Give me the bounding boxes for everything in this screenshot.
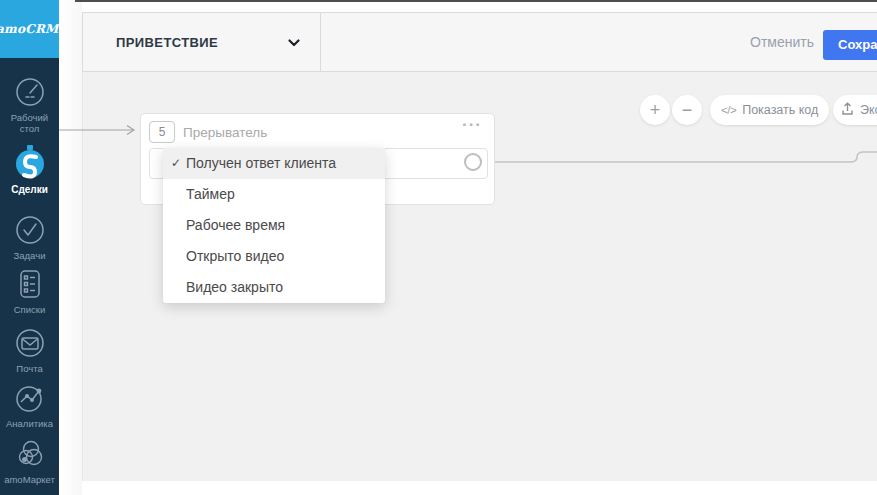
- sidebar-item-tasks[interactable]: Задачи: [0, 214, 59, 261]
- sidebar-item-mail[interactable]: Почта: [0, 327, 59, 374]
- dropdown-item[interactable]: Рабочее время: [163, 210, 385, 241]
- dropdown-item-label: Рабочее время: [186, 217, 285, 233]
- sidebar-item-label: Сделки: [0, 184, 59, 195]
- zoom-out-button[interactable]: −: [672, 95, 702, 125]
- dropdown-item[interactable]: ✓ Получен ответ клиента: [163, 148, 385, 179]
- dashboard-icon: [0, 76, 59, 108]
- sidebar-item-label: Рабочий стол: [0, 112, 59, 134]
- top-divider: [75, 0, 877, 2]
- code-icon: </>: [721, 104, 736, 116]
- node-output-port[interactable]: [464, 153, 482, 171]
- content-gutter: [59, 0, 82, 495]
- dropdown-item-label: Видео закрыто: [186, 279, 283, 295]
- deals-icon: [0, 144, 59, 180]
- outgoing-edge: [480, 148, 877, 170]
- mail-icon: [0, 327, 59, 359]
- show-code-label: Показать код: [742, 103, 818, 117]
- sidebar-item-analytics[interactable]: Аналитика: [0, 382, 59, 429]
- dropdown-item[interactable]: Таймер: [163, 179, 385, 210]
- analytics-icon: [0, 382, 59, 414]
- editor-header: ПРИВЕТСТВИЕ Отменить Сохранить: [82, 12, 877, 72]
- market-icon: [0, 438, 59, 470]
- dropdown-item-label: Получен ответ клиента: [186, 155, 336, 171]
- check-icon: ✓: [171, 148, 181, 179]
- export-label: Экспорт: [860, 103, 877, 117]
- incoming-edge: [59, 121, 141, 139]
- minus-icon: −: [682, 100, 693, 121]
- dropdown-item[interactable]: Видео закрыто: [163, 272, 385, 303]
- sidebar-item-label: Аналитика: [0, 418, 59, 429]
- sidebar-item-label: Списки: [0, 304, 59, 315]
- sidebar-item-dashboard[interactable]: Рабочий стол: [0, 76, 59, 134]
- step-selector[interactable]: ПРИВЕТСТВИЕ: [83, 13, 321, 71]
- node-number-badge: 5: [149, 121, 175, 143]
- show-code-button[interactable]: </> Показать код: [710, 95, 829, 125]
- sidebar-item-market[interactable]: amoМаркет: [0, 438, 59, 485]
- step-title: ПРИВЕТСТВИЕ: [116, 35, 218, 50]
- zoom-in-button[interactable]: +: [640, 95, 670, 125]
- dropdown-item-label: Открыто видео: [186, 248, 284, 264]
- amocrm-logo[interactable]: amoCRM.: [0, 0, 59, 58]
- sidebar: amoCRM. Рабочий стол Сделки: [0, 0, 59, 495]
- sidebar-item-deals[interactable]: Сделки: [0, 144, 59, 195]
- chevron-down-icon: [288, 33, 300, 51]
- lists-icon: [0, 268, 59, 300]
- export-button[interactable]: Экспорт: [833, 95, 877, 125]
- node-title: Прерыватель: [183, 125, 267, 140]
- cancel-button[interactable]: Отменить: [750, 34, 814, 50]
- sidebar-item-lists[interactable]: Списки: [0, 268, 59, 315]
- sidebar-item-label: Задачи: [0, 250, 59, 261]
- sidebar-item-label: amoМаркет: [0, 474, 59, 485]
- tasks-icon: [0, 214, 59, 246]
- dropdown-item[interactable]: Открыто видео: [163, 241, 385, 272]
- condition-dropdown: ✓ Получен ответ клиента Таймер Рабочее в…: [163, 148, 385, 303]
- export-icon: [841, 102, 854, 119]
- plus-icon: +: [650, 100, 661, 121]
- sidebar-item-label: Почта: [0, 363, 59, 374]
- node-menu-icon[interactable]: ···: [462, 115, 482, 135]
- save-button[interactable]: Сохранить: [823, 30, 877, 60]
- dropdown-item-label: Таймер: [186, 186, 235, 202]
